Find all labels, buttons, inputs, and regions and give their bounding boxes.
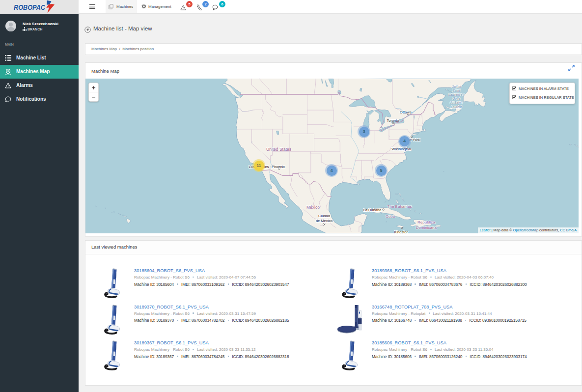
svg-text:Golfe: Golfe — [452, 97, 460, 100]
svg-text:Laurent: Laurent — [451, 105, 462, 109]
svg-text:Phoenix: Phoenix — [272, 165, 285, 169]
svg-text:de México: de México — [316, 219, 333, 223]
svg-text:México: México — [306, 205, 320, 210]
svg-text:ROBOPAC: ROBOPAC — [14, 3, 46, 11]
svg-text:Gulf of: Gulf of — [451, 85, 461, 88]
svg-text:República: República — [417, 220, 435, 224]
svg-text:Ottawa: Ottawa — [400, 110, 412, 114]
svg-text:du Saint-: du Saint- — [450, 101, 463, 104]
svg-text:Washington: Washington — [391, 147, 411, 151]
svg-text:Kingston: Kingston — [394, 230, 408, 234]
svg-text:United States: United States — [266, 147, 291, 152]
svg-text:La Habana: La Habana — [363, 208, 382, 212]
svg-text:Ciudad: Ciudad — [318, 214, 330, 218]
svg-text:Toronto: Toronto — [387, 118, 399, 123]
svg-text:Cuba: Cuba — [386, 214, 395, 219]
svg-text:Lawrence /: Lawrence / — [448, 93, 465, 96]
svg-text:Saint: Saint — [453, 89, 461, 92]
svg-text:The Bahamas: The Bahamas — [388, 204, 412, 209]
svg-text:Dominicana: Dominicana — [416, 225, 437, 230]
